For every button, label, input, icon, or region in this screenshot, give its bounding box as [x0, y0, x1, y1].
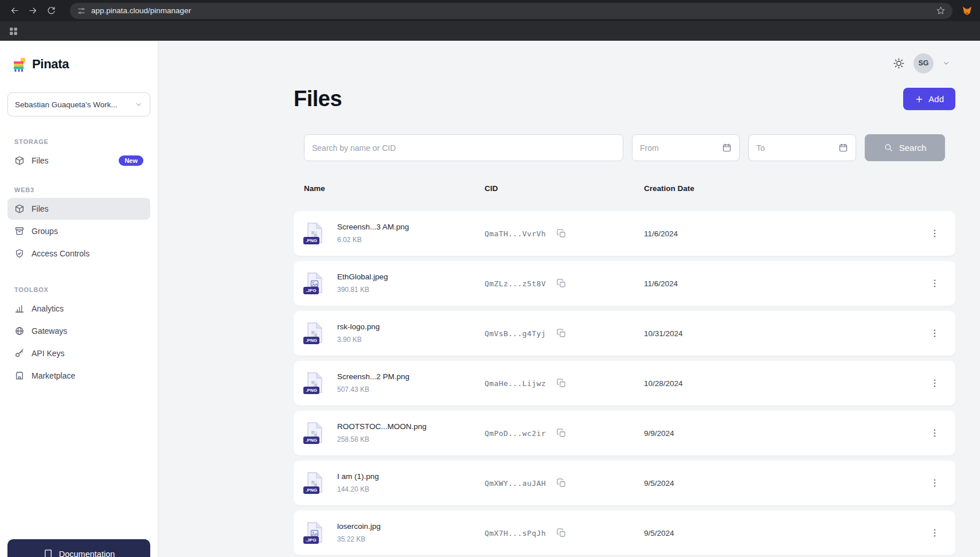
- sidebar: Pinata Sebastian Guaqueta's Work... STOR…: [0, 41, 158, 557]
- file-type-badge: .PNG: [303, 237, 319, 244]
- tune-icon: [77, 6, 86, 15]
- row-menu-button[interactable]: [927, 275, 943, 291]
- file-date: 10/28/2024: [644, 379, 926, 388]
- sidebar-item-analytics[interactable]: Analytics: [7, 298, 150, 320]
- star-icon[interactable]: [936, 6, 946, 15]
- calendar-icon[interactable]: [722, 143, 732, 153]
- section-web3-label: WEB3: [14, 186, 143, 193]
- table-row[interactable]: .JPG losercoin.jpg 35.22 KB QmX7H...sPqJ…: [294, 511, 955, 555]
- search-button-label: Search: [899, 143, 927, 153]
- sidebar-item-label: API Keys: [32, 349, 65, 358]
- row-menu-button[interactable]: [927, 475, 943, 491]
- sidebar-item-api-keys[interactable]: API Keys: [7, 342, 150, 364]
- file-date: 9/5/2024: [644, 479, 926, 488]
- workspace-selector[interactable]: Sebastian Guaqueta's Work...: [7, 92, 150, 116]
- documentation-button[interactable]: Documentation: [7, 539, 150, 557]
- table-row[interactable]: .PNG Screensh...3 AM.png 6.02 KB QmaTH..…: [294, 211, 955, 256]
- file-cid: QmaHe...Lijwz: [485, 379, 546, 388]
- avatar[interactable]: SG: [913, 53, 934, 73]
- copy-cid-button[interactable]: [556, 228, 567, 239]
- file-name: rsk-logo.png: [337, 322, 380, 331]
- sidebar-item-gateways[interactable]: Gateways: [7, 320, 150, 342]
- column-cid: CID: [485, 184, 644, 193]
- file-cid: QmX7H...sPqJh: [485, 529, 546, 537]
- file-size: 35.22 KB: [337, 535, 365, 543]
- copy-cid-button[interactable]: [556, 478, 567, 488]
- row-menu-button[interactable]: [927, 425, 943, 441]
- sidebar-item-label: Files: [32, 156, 49, 165]
- date-from-input[interactable]: [640, 143, 717, 153]
- file-cid: QmXWY...auJAH: [485, 479, 546, 488]
- filter-row: Search: [304, 134, 945, 161]
- file-cid: QmaTH...VvrVh: [485, 229, 546, 238]
- add-button[interactable]: Add: [903, 88, 955, 110]
- table-row[interactable]: .PNG ROOTSTOC...MOON.png 258.58 KB QmPoD…: [294, 411, 955, 455]
- copy-cid-button[interactable]: [556, 428, 567, 438]
- copy-cid-button[interactable]: [556, 528, 567, 538]
- copy-cid-button[interactable]: [556, 278, 567, 289]
- copy-cid-button[interactable]: [556, 328, 567, 338]
- file-cid: QmPoD...wc2ir: [485, 429, 546, 438]
- browser-chrome: app.pinata.cloud/pinmanager: [0, 0, 980, 21]
- file-type-badge: .PNG: [303, 337, 319, 344]
- documentation-label: Documentation: [59, 550, 115, 557]
- file-icon: .PNG: [306, 422, 326, 445]
- sidebar-item-label: Marketplace: [32, 371, 75, 380]
- file-date: 9/5/2024: [644, 529, 926, 537]
- file-icon: .PNG: [306, 322, 326, 345]
- sidebar-item-groups[interactable]: Groups: [7, 220, 150, 242]
- table-row[interactable]: .PNG I am (1).png 144.20 KB QmXWY...auJA…: [294, 461, 955, 505]
- reload-icon[interactable]: [42, 2, 60, 20]
- topbar: SG: [158, 41, 980, 75]
- file-size: 507.43 KB: [337, 385, 369, 394]
- new-badge: New: [119, 155, 143, 166]
- table-row[interactable]: .PNG Screensh...2 PM.png 507.43 KB QmaHe…: [294, 361, 955, 406]
- table-row[interactable]: .JPG EthGlobal.jpeg 390.81 KB QmZLz...z5…: [294, 261, 955, 306]
- table-row[interactable]: .PNG rsk-logo.png 3.90 KB QmVsB...g4Tyj …: [294, 311, 955, 356]
- row-menu-button[interactable]: [927, 525, 943, 541]
- screen: app.pinata.cloud/pinmanager: [0, 0, 980, 557]
- url-text: app.pinata.cloud/pinmanager: [91, 6, 931, 15]
- file-rows: .PNG Screensh...3 AM.png 6.02 KB QmaTH..…: [294, 211, 955, 555]
- kebab-menu-icon: [930, 228, 940, 239]
- account-chevron-down-icon[interactable]: [942, 59, 950, 67]
- globe-icon: [14, 326, 25, 336]
- row-menu-button[interactable]: [927, 225, 943, 242]
- copy-icon: [556, 428, 567, 438]
- book-icon: [43, 549, 53, 557]
- file-icon: .PNG: [306, 372, 326, 395]
- theme-toggle-sun-icon[interactable]: [893, 57, 905, 69]
- file-icon: .JPG: [306, 272, 326, 295]
- add-button-label: Add: [928, 94, 944, 104]
- table-header: Name CID Creation Date: [304, 178, 945, 198]
- row-menu-button[interactable]: [927, 375, 943, 391]
- file-name: Screensh...2 PM.png: [337, 372, 409, 381]
- file-cid: QmVsB...g4Tyj: [485, 329, 546, 338]
- copy-icon: [556, 528, 567, 538]
- pinata-logo[interactable]: Pinata: [12, 56, 150, 73]
- file-icon: .JPG: [306, 521, 326, 544]
- file-name: I am (1).png: [337, 472, 379, 481]
- search-button[interactable]: Search: [865, 134, 945, 161]
- back-icon[interactable]: [6, 2, 23, 20]
- extension-icon[interactable]: [959, 3, 974, 18]
- row-menu-button[interactable]: [927, 325, 943, 341]
- file-date: 9/9/2024: [644, 429, 926, 438]
- copy-cid-button[interactable]: [556, 378, 567, 388]
- copy-icon: [556, 278, 567, 289]
- url-bar[interactable]: app.pinata.cloud/pinmanager: [70, 3, 952, 19]
- column-name: Name: [304, 184, 485, 193]
- search-input[interactable]: [312, 143, 615, 153]
- calendar-icon[interactable]: [838, 143, 848, 153]
- section-storage-label: STORAGE: [14, 138, 143, 145]
- bar-chart-icon: [14, 303, 25, 314]
- grid-icon[interactable]: [6, 24, 21, 38]
- forward-icon[interactable]: [24, 2, 41, 20]
- sidebar-item-label: Files: [32, 204, 49, 213]
- sidebar-item-storage-files[interactable]: Files New: [7, 150, 150, 172]
- key-icon: [14, 348, 25, 359]
- sidebar-item-web3-files[interactable]: Files: [7, 198, 150, 220]
- date-to-input[interactable]: [756, 143, 834, 153]
- sidebar-item-marketplace[interactable]: Marketplace: [7, 365, 150, 387]
- sidebar-item-access-controls[interactable]: Access Controls: [7, 243, 150, 264]
